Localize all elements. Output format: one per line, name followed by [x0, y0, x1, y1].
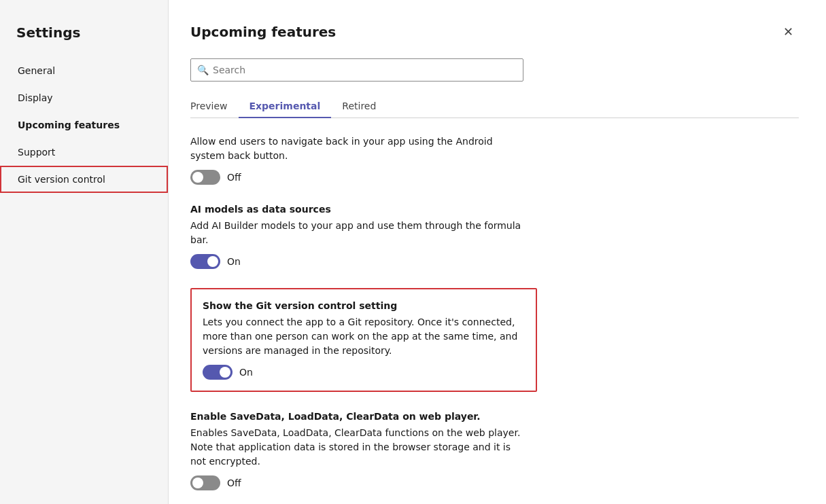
git-track — [203, 365, 233, 380]
main-content: Upcoming features ✕ 🔍 Preview Experiment… — [169, 0, 826, 504]
feature-savedata-toggle-row: Off — [190, 475, 799, 490]
feature-git-version-control: Show the Git version control setting Let… — [190, 288, 537, 392]
sidebar-item-support[interactable]: Support — [0, 139, 168, 166]
sidebar-item-upcoming-features[interactable]: Upcoming features — [0, 111, 168, 139]
sidebar-item-git-version-control[interactable]: Git version control — [0, 166, 168, 193]
feature-android-back: Allow end users to navigate back in your… — [190, 134, 799, 185]
savedata-toggle-label: Off — [227, 478, 241, 488]
sidebar-title: Settings — [0, 14, 168, 57]
feature-savedata-description: Enables SaveData, LoadData, ClearData fu… — [190, 426, 523, 469]
android-back-toggle[interactable] — [190, 170, 220, 185]
savedata-thumb — [192, 478, 203, 488]
search-input[interactable] — [190, 58, 523, 82]
savedata-toggle[interactable] — [190, 475, 220, 490]
feature-savedata-title: Enable SaveData, LoadData, ClearData on … — [190, 411, 799, 422]
search-wrapper: 🔍 — [190, 58, 523, 82]
feature-android-back-toggle-row: Off — [190, 170, 799, 185]
savedata-track — [190, 475, 220, 490]
feature-ai-models: AI models as data sources Add AI Builder… — [190, 204, 799, 269]
search-icon: 🔍 — [197, 65, 209, 75]
sidebar-item-display[interactable]: Display — [0, 84, 168, 111]
feature-ai-models-title: AI models as data sources — [190, 204, 799, 215]
tab-experimental[interactable]: Experimental — [239, 95, 332, 118]
sidebar: Settings General Display Upcoming featur… — [0, 0, 169, 504]
feature-git-toggle-row: On — [203, 365, 525, 380]
sidebar-item-general[interactable]: General — [0, 57, 168, 84]
android-back-track — [190, 170, 220, 185]
close-button[interactable]: ✕ — [778, 22, 799, 42]
feature-android-back-description: Allow end users to navigate back in your… — [190, 134, 523, 163]
ai-models-toggle[interactable] — [190, 254, 220, 269]
git-thumb — [220, 367, 230, 378]
tabs: Preview Experimental Retired — [190, 95, 799, 118]
android-back-thumb — [192, 172, 203, 183]
header-row: Upcoming features ✕ — [190, 22, 799, 42]
tab-retired[interactable]: Retired — [331, 95, 387, 118]
git-toggle-label: On — [239, 367, 253, 378]
ai-models-toggle-label: On — [227, 256, 241, 267]
feature-git-title: Show the Git version control setting — [203, 300, 525, 311]
tab-preview[interactable]: Preview — [190, 95, 239, 118]
feature-git-description: Lets you connect the app to a Git reposi… — [203, 315, 525, 358]
git-toggle[interactable] — [203, 365, 233, 380]
ai-models-track — [190, 254, 220, 269]
feature-ai-models-description: Add AI Builder models to your app and us… — [190, 219, 523, 247]
page-title: Upcoming features — [190, 24, 336, 40]
ai-models-thumb — [207, 256, 218, 267]
android-back-toggle-label: Off — [227, 172, 241, 183]
feature-ai-models-toggle-row: On — [190, 254, 799, 269]
feature-savedata: Enable SaveData, LoadData, ClearData on … — [190, 411, 799, 490]
